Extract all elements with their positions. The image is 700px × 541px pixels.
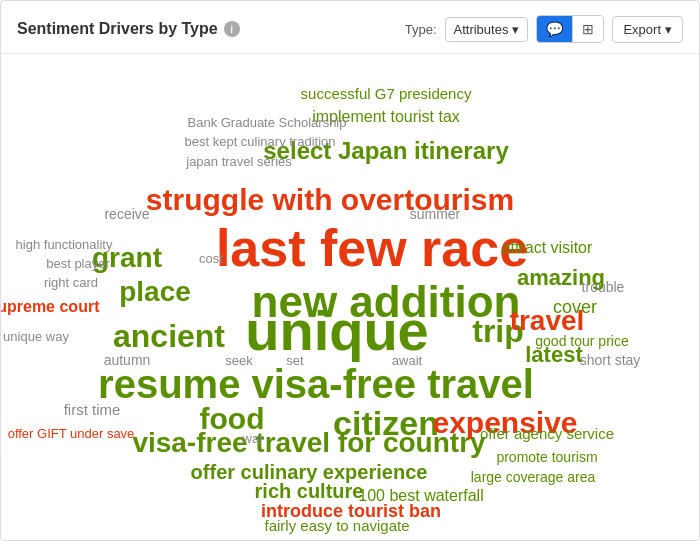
- word-cloud: last few racenew additionuniqueresume vi…: [1, 54, 699, 540]
- word-cloud-item: citizen: [333, 406, 439, 440]
- main-container: Sentiment Drivers by Type i Type: Attrib…: [0, 0, 700, 541]
- word-cloud-item: best player: [46, 256, 110, 269]
- word-cloud-item: cost: [199, 252, 223, 265]
- word-cloud-item: offer agency service: [480, 426, 614, 441]
- dropdown-arrow-icon: ▾: [512, 22, 519, 37]
- word-cloud-item: Supreme court: [1, 299, 99, 315]
- word-cloud-item: 100 best waterfall: [358, 488, 483, 504]
- word-cloud-item: attract visitor: [502, 240, 593, 256]
- export-arrow-icon: ▾: [665, 22, 672, 37]
- word-cloud-item: good tour price: [535, 334, 628, 348]
- word-cloud-item: rich culture: [255, 481, 364, 501]
- word-cloud-item: summer: [410, 207, 461, 221]
- word-cloud-item: high functionality: [16, 237, 113, 250]
- word-cloud-item: cover: [553, 298, 597, 316]
- type-label: Type:: [405, 22, 437, 37]
- info-icon[interactable]: i: [224, 21, 240, 37]
- word-cloud-item: unique way: [3, 329, 69, 342]
- type-value: Attributes: [454, 22, 509, 37]
- word-cloud-item: best kept culinary tradition: [184, 135, 335, 148]
- header-title: Sentiment Drivers by Type i: [17, 20, 393, 38]
- grid-view-button[interactable]: ⊞: [573, 16, 603, 42]
- word-cloud-item: short stay: [580, 353, 641, 367]
- word-cloud-item: promote tourism: [496, 450, 597, 464]
- header-controls: Type: Attributes ▾ 💬 ⊞ Export ▾: [405, 15, 683, 43]
- word-cloud-item: set: [286, 354, 303, 367]
- chat-view-button[interactable]: 💬: [537, 16, 573, 42]
- word-cloud-item: last few race: [216, 222, 528, 274]
- word-cloud-item: unique: [245, 303, 429, 359]
- word-cloud-item: offer GIFT under save: [8, 427, 135, 440]
- title-text: Sentiment Drivers by Type: [17, 20, 218, 38]
- word-cloud-item: ancient: [113, 320, 225, 352]
- word-cloud-item: Bank Graduate Scholarship: [188, 116, 347, 129]
- word-cloud-item: trouble: [582, 280, 625, 294]
- word-cloud-item: first time: [64, 401, 121, 416]
- word-cloud-item: place: [119, 278, 191, 306]
- word-cloud-item: japan travel series: [186, 154, 292, 167]
- export-button[interactable]: Export ▾: [612, 16, 683, 43]
- view-toggle: 💬 ⊞: [536, 15, 604, 43]
- word-cloud-item: receive: [104, 207, 149, 221]
- export-label: Export: [623, 22, 661, 37]
- word-cloud-item: food: [200, 404, 265, 434]
- word-cloud-item: large coverage area: [471, 470, 596, 484]
- word-cloud-item: offer culinary experience: [191, 462, 428, 482]
- word-cloud-item: autumn: [104, 353, 151, 367]
- word-cloud-item: seek: [225, 354, 252, 367]
- type-dropdown[interactable]: Attributes ▾: [445, 17, 529, 42]
- word-cloud-item: await: [392, 354, 422, 367]
- header: Sentiment Drivers by Type i Type: Attrib…: [1, 1, 699, 54]
- word-cloud-item: fairly easy to navigate: [264, 518, 409, 533]
- word-cloud-item: war: [243, 431, 264, 444]
- word-cloud-item: resume visa-free travel: [98, 364, 534, 404]
- word-cloud-item: right card: [44, 276, 98, 289]
- word-cloud-item: successful G7 presidency: [301, 85, 472, 100]
